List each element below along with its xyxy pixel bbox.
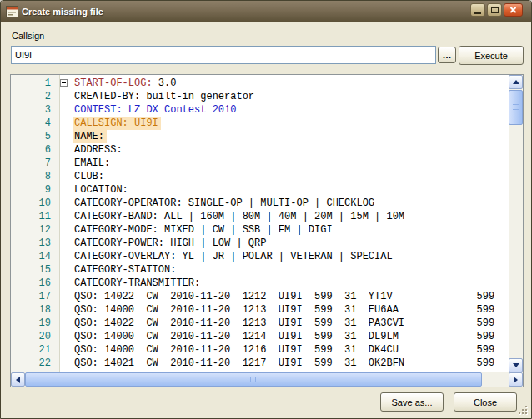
- line-number: 1: [11, 77, 56, 90]
- scroll-down-button[interactable]: [509, 358, 523, 372]
- editor-line[interactable]: 17QSO: 14022 CW 2010-11-20 1212 UI9I 599…: [11, 290, 509, 303]
- fold-collapse-icon[interactable]: [60, 79, 68, 87]
- editor-line-text: QSO: 14021 CW 2010-11-20 1217 UI9I 599 3…: [73, 357, 494, 370]
- maximize-icon: [491, 7, 499, 13]
- scroll-up-button[interactable]: [509, 75, 523, 89]
- fold-margin[interactable]: [56, 77, 73, 90]
- editor-line[interactable]: 22QSO: 14021 CW 2010-11-20 1217 UI9I 599…: [11, 357, 509, 370]
- editor-line[interactable]: 14CATEGORY-OVERLAY: YL | JR | POLAR | VE…: [11, 250, 509, 263]
- editor-line[interactable]: 12CATEGORY-MODE: MIXED | CW | SSB | FM |…: [11, 223, 509, 237]
- app-icon: [6, 6, 18, 17]
- editor-line-text: QSO: 14000 CW 2010-11-20 1216 UI9I 599 3…: [73, 343, 494, 357]
- editor-line-text: CATEGORY-OPERATOR: SINGLE-OP | MULTI-OP …: [73, 197, 374, 210]
- line-number: 8: [11, 170, 56, 183]
- minimize-icon: [474, 12, 481, 14]
- resize-grip-icon[interactable]: [518, 405, 529, 416]
- editor-line[interactable]: 16CATEGORY-TRANSMITTER:: [11, 277, 509, 290]
- execute-button[interactable]: Execute: [459, 46, 524, 65]
- fold-margin: [56, 157, 73, 170]
- editor-line[interactable]: 3CONTEST: LZ DX Contest 2010: [11, 103, 509, 117]
- editor-line[interactable]: 2CREATED-BY: built-in generator: [11, 90, 509, 103]
- dialog-create-missing-file: Create missing file Callsign … Execute 1…: [0, 0, 532, 419]
- save-as-button[interactable]: Save as...: [380, 392, 444, 412]
- line-number: 16: [11, 277, 56, 290]
- editor-lines[interactable]: 1START-OF-LOG: 3.02CREATED-BY: built-in …: [11, 75, 509, 372]
- fold-margin: [56, 103, 73, 117]
- line-number: 6: [11, 143, 56, 157]
- fold-margin: [56, 290, 73, 303]
- fold-margin: [56, 90, 73, 103]
- editor-line-text: QSO: 14000 CW 2010-11-20 1214 UI9I 599 3…: [73, 330, 494, 343]
- fold-margin: [56, 277, 73, 290]
- horizontal-scrollbar-thumb[interactable]: [25, 372, 482, 387]
- line-number: 3: [11, 103, 56, 117]
- editor-line[interactable]: 18QSO: 14000 CW 2010-11-20 1213 UI9I 599…: [11, 303, 509, 317]
- fold-margin: [56, 223, 73, 237]
- editor-line-text: CLUB:: [73, 170, 104, 183]
- scroll-left-button[interactable]: [11, 372, 25, 387]
- editor-line-text: CONTEST: LZ DX Contest 2010: [73, 103, 236, 117]
- vertical-scrollbar[interactable]: [509, 75, 523, 372]
- callsign-input[interactable]: [11, 46, 436, 64]
- editor-line-text: QSO: 14022 CW 2010-11-20 1212 UI9I 599 3…: [73, 290, 494, 303]
- horizontal-scrollbar[interactable]: [11, 372, 523, 387]
- line-number: 10: [11, 197, 56, 210]
- editor-line[interactable]: 1START-OF-LOG: 3.0: [11, 77, 509, 90]
- line-number: 4: [11, 117, 56, 130]
- editor-line-text: CREATED-BY: built-in generator: [73, 90, 254, 103]
- maximize-button[interactable]: [487, 3, 502, 17]
- editor-line-text: CATEGORY-POWER: HIGH | LOW | QRP: [73, 237, 266, 250]
- vertical-scrollbar-thumb[interactable]: [509, 90, 523, 125]
- editor-line[interactable]: 8CLUB:: [11, 170, 509, 183]
- editor-line[interactable]: 7EMAIL:: [11, 157, 509, 170]
- editor-line[interactable]: 15CATEGORY-STATION:: [11, 263, 509, 277]
- browse-button[interactable]: …: [438, 47, 456, 63]
- fold-margin: [56, 317, 73, 330]
- window-controls: [470, 3, 523, 17]
- line-number: 7: [11, 157, 56, 170]
- fold-margin: [56, 250, 73, 263]
- line-number: 18: [11, 303, 56, 317]
- window-title: Create missing file: [22, 7, 470, 17]
- scroll-right-icon: [514, 377, 518, 383]
- line-number: 13: [11, 237, 56, 250]
- titlebar[interactable]: Create missing file: [1, 1, 531, 22]
- editor-line[interactable]: 20QSO: 14000 CW 2010-11-20 1214 UI9I 599…: [11, 330, 509, 343]
- minimize-button[interactable]: [470, 3, 485, 17]
- fold-margin: [56, 210, 73, 223]
- close-button[interactable]: Close: [454, 392, 517, 412]
- fold-margin: [56, 197, 73, 210]
- editor-line[interactable]: 13CATEGORY-POWER: HIGH | LOW | QRP: [11, 237, 509, 250]
- editor-line-text: CATEGORY-TRANSMITTER:: [73, 277, 200, 290]
- editor-line-text: LOCATION:: [73, 183, 128, 197]
- editor-line[interactable]: 21QSO: 14000 CW 2010-11-20 1216 UI9I 599…: [11, 343, 509, 357]
- fold-margin: [56, 170, 73, 183]
- line-number: 12: [11, 223, 56, 237]
- editor-line[interactable]: 19QSO: 14022 CW 2010-11-20 1213 UI9I 599…: [11, 317, 509, 330]
- editor-line[interactable]: 4CALLSIGN: UI9I: [11, 117, 509, 130]
- line-number: 11: [11, 210, 56, 223]
- editor-line-text: NAME:: [73, 130, 107, 143]
- scroll-right-button[interactable]: [509, 372, 523, 387]
- fold-margin: [56, 130, 73, 143]
- line-number: 9: [11, 183, 56, 197]
- callsign-label: Callsign: [12, 31, 44, 41]
- editor-line[interactable]: 5NAME:: [11, 130, 509, 143]
- scroll-up-icon: [513, 80, 519, 84]
- editor-line-text: CATEGORY-BAND: ALL | 160M | 80M | 40M | …: [73, 210, 404, 223]
- scroll-down-icon: [513, 363, 519, 367]
- editor-line-text: CALLSIGN: UI9I: [73, 117, 161, 130]
- line-number: 17: [11, 290, 56, 303]
- fold-margin: [56, 343, 73, 357]
- fold-margin: [56, 330, 73, 343]
- editor-line[interactable]: 10CATEGORY-OPERATOR: SINGLE-OP | MULTI-O…: [11, 197, 509, 210]
- line-number: 22: [11, 357, 56, 370]
- close-window-button[interactable]: [504, 3, 523, 17]
- line-number: 19: [11, 317, 56, 330]
- close-icon: [509, 7, 517, 14]
- fold-margin: [56, 183, 73, 197]
- editor-line-text: ADDRESS:: [73, 143, 123, 157]
- editor-line[interactable]: 6ADDRESS:: [11, 143, 509, 157]
- editor-line[interactable]: 9LOCATION:: [11, 183, 509, 197]
- editor-line[interactable]: 11CATEGORY-BAND: ALL | 160M | 80M | 40M …: [11, 210, 509, 223]
